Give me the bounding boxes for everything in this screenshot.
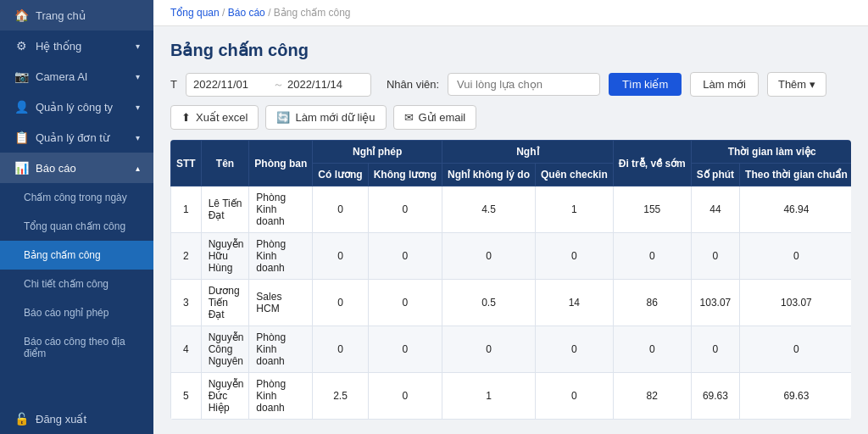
sidebar: 🏠 Trang chủ ⚙ Hệ thống ▾ 📷 Camera AI ▾ 👤…: [0, 0, 153, 434]
sidebar-item-tong-quan-cham-cong[interactable]: Tổng quan chấm công: [0, 212, 153, 241]
refresh-icon: 🔄: [276, 111, 290, 124]
date-range-picker[interactable]: ～: [186, 73, 371, 97]
sidebar-item-quan-ly-don-tu[interactable]: 📋 Quản lý đơn từ ▾: [0, 122, 153, 153]
refresh-data-button[interactable]: 🔄 Làm mới dữ liệu: [265, 105, 386, 130]
action-row: ⬆ Xuất excel 🔄 Làm mới dữ liệu ✉ Gửi ema…: [170, 105, 851, 130]
sub-col-quen-checkin: Quên checkin: [536, 164, 614, 186]
gear-icon: ⚙: [14, 39, 29, 53]
logout-icon: 🔓: [14, 412, 29, 426]
table-row: 2Nguyễn Hữu HùngPhòng Kinh doanh00000000…: [171, 233, 852, 280]
col-stt: STT: [171, 141, 202, 186]
breadcrumb: Tổng quan / Báo cáo / Bảng chấm công: [153, 0, 868, 26]
email-icon: ✉: [404, 111, 414, 124]
chevron-icon: ▾: [136, 103, 140, 112]
more-button[interactable]: Thêm ▾: [767, 72, 826, 97]
sub-col-so-phut: Số phút: [691, 164, 739, 186]
sidebar-sub-label: Báo cáo nghỉ phép: [24, 307, 140, 319]
sub-col-nghi-kldo: Nghỉ không lý do: [442, 164, 536, 186]
bao-cao-submenu: Chấm công trong ngày Tổng quan chấm công…: [0, 183, 153, 368]
main-content: Tổng quan / Báo cáo / Bảng chấm công Bản…: [153, 0, 868, 434]
table-row: 4Nguyễn Công NguyênPhòng Kinh doanh00000…: [171, 326, 852, 373]
sidebar-item-camera-ai[interactable]: 📷 Camera AI ▾: [0, 61, 153, 92]
sidebar-sub-label: Chấm công trong ngày: [24, 192, 140, 203]
send-email-button[interactable]: ✉ Gửi email: [393, 105, 477, 130]
employee-select[interactable]: [448, 73, 600, 96]
date-from-label: T: [170, 78, 177, 91]
camera-icon: 📷: [14, 70, 29, 83]
sidebar-item-label: Báo cáo: [36, 162, 129, 175]
attendance-table-wrap: STT Tên Phòng ban Nghỉ phép Nghỉ Đi trễ,…: [170, 140, 851, 420]
col-nghi: Nghỉ: [442, 141, 614, 164]
date-from-input[interactable]: [193, 78, 270, 91]
refresh-button[interactable]: Làm mới: [690, 72, 759, 97]
user-icon: 👤: [14, 100, 29, 114]
more-label: Thêm: [778, 78, 806, 91]
table-body: 1Lê Tiến ĐạtPhòng Kinh doanh004.51155444…: [171, 186, 852, 420]
col-nghi-phep: Nghỉ phép: [313, 141, 442, 164]
chevron-down-icon: ▾: [810, 78, 815, 91]
breadcrumb-home[interactable]: Tổng quan: [170, 7, 220, 19]
chevron-icon: ▾: [136, 72, 140, 81]
sidebar-sub-label: Tổng quan chấm công: [24, 220, 140, 232]
sub-col-khong-luong: Không lương: [368, 164, 442, 186]
sidebar-item-label: Quản lý đơn từ: [36, 131, 129, 144]
sidebar-item-trang-chu[interactable]: 🏠 Trang chủ: [0, 0, 153, 31]
sub-col-ttg-chuan: Theo thời gian chuẩn: [740, 164, 851, 186]
sidebar-item-label: Đăng xuất: [36, 413, 140, 426]
sidebar-item-bao-cao-cong-theo-dia-diem[interactable]: Báo cáo công theo địa điểm: [0, 327, 153, 368]
sidebar-item-quan-ly-cong-ty[interactable]: 👤 Quản lý công ty ▾: [0, 92, 153, 122]
search-button[interactable]: Tìm kiếm: [609, 73, 682, 96]
page-title: Bảng chấm công: [170, 40, 851, 60]
table-row: 3Dương Tiến ĐạtSales HCM000.51486103.071…: [171, 280, 852, 326]
breadcrumb-current: Bảng chấm công: [274, 7, 351, 19]
sidebar-item-label: Trang chủ: [36, 9, 140, 22]
sidebar-item-chi-tiet-cham-cong[interactable]: Chi tiết chấm công: [0, 270, 153, 298]
chevron-icon: ▾: [136, 133, 140, 142]
sidebar-sub-label: Báo cáo công theo địa điểm: [24, 336, 140, 359]
page-content: Bảng chấm công T ～ Nhân viên: Tìm kiếm L…: [153, 26, 868, 434]
col-di-tre-ve-som: Đi trễ, về sớm: [613, 141, 691, 186]
table-row: 1Lê Tiến ĐạtPhòng Kinh doanh004.51155444…: [171, 186, 852, 233]
sidebar-item-bao-cao-nghi-phep[interactable]: Báo cáo nghỉ phép: [0, 298, 153, 327]
sidebar-item-he-thong[interactable]: ⚙ Hệ thống ▾: [0, 31, 153, 61]
home-icon: 🏠: [14, 8, 29, 22]
col-ten: Tên: [201, 141, 249, 186]
sidebar-item-cham-cong-trong-ngay[interactable]: Chấm công trong ngày: [0, 183, 153, 212]
report-icon: 📊: [14, 161, 29, 175]
sidebar-sub-label: Chi tiết chấm công: [24, 278, 140, 290]
breadcrumb-bao-cao[interactable]: Báo cáo: [228, 7, 265, 19]
sidebar-item-label: Camera AI: [36, 70, 129, 83]
sidebar-item-label: Hệ thống: [36, 40, 129, 53]
refresh-data-label: Làm mới dữ liệu: [295, 111, 375, 124]
send-email-label: Gửi email: [419, 111, 466, 124]
date-to-input[interactable]: [287, 78, 364, 91]
chevron-up-icon: ▴: [136, 164, 140, 173]
sidebar-item-dang-xuat[interactable]: 🔓 Đăng xuất: [0, 403, 153, 434]
col-thoi-gian-lam-viec: Thời gian làm việc: [691, 141, 851, 164]
table-row: 5Nguyễn Đức HiệpPhòng Kinh doanh2.501082…: [171, 373, 852, 420]
table-header-row-1: STT Tên Phòng ban Nghỉ phép Nghỉ Đi trễ,…: [171, 141, 852, 164]
export-excel-label: Xuất excel: [196, 111, 248, 124]
chevron-icon: ▾: [136, 42, 140, 51]
col-phong-ban: Phòng ban: [249, 141, 313, 186]
filter-row: T ～ Nhân viên: Tìm kiếm Làm mới Thêm ▾: [170, 72, 851, 97]
excel-icon: ⬆: [181, 111, 191, 124]
attendance-table: STT Tên Phòng ban Nghỉ phép Nghỉ Đi trễ,…: [170, 140, 851, 420]
sidebar-item-label: Quản lý công ty: [36, 101, 129, 114]
sidebar-sub-label: Bảng chấm công: [24, 249, 140, 261]
export-excel-button[interactable]: ⬆ Xuất excel: [170, 105, 259, 130]
sidebar-item-bao-cao[interactable]: 📊 Báo cáo ▴: [0, 153, 153, 183]
sidebar-item-bang-cham-cong[interactable]: Bảng chấm công: [0, 241, 153, 270]
sub-col-co-luong: Có lương: [313, 164, 368, 186]
document-icon: 📋: [14, 131, 29, 144]
employee-label: Nhân viên:: [387, 78, 439, 91]
